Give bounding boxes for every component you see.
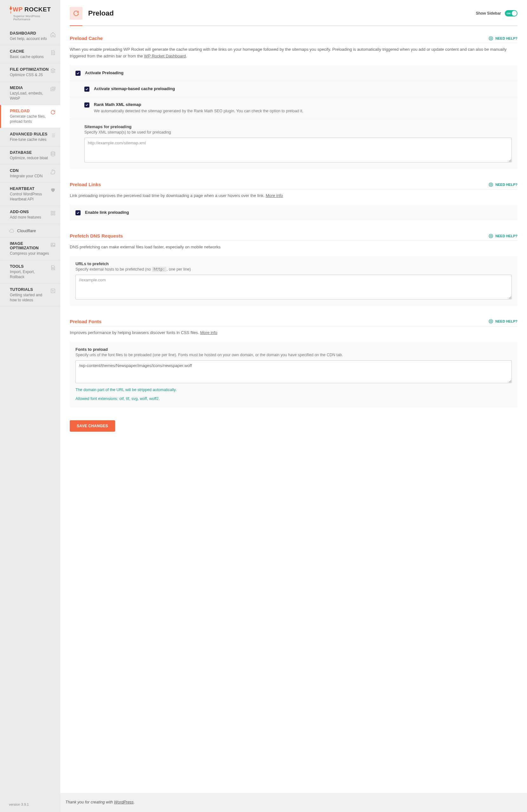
list-icon	[50, 133, 56, 138]
section-title: Preload Fonts	[70, 319, 101, 324]
field-title: Fonts to preload	[75, 347, 512, 352]
rocket-icon	[9, 6, 13, 14]
page-icon-box	[70, 7, 83, 20]
section-title: Prefetch DNS Requests	[70, 233, 123, 238]
home-icon	[50, 32, 56, 38]
checkbox-enable-link-preloading[interactable]	[75, 210, 80, 215]
more-info-link[interactable]: More info	[266, 193, 283, 198]
section-description: Improves performance by helping browsers…	[70, 330, 517, 336]
show-sidebar-label: Show Sidebar	[476, 11, 501, 16]
sitemaps-textarea[interactable]	[84, 137, 512, 162]
main-content: Preload Show Sidebar ON Preload Cache	[60, 0, 527, 812]
dashboard-link[interactable]: WP Rocket Dashboard	[144, 54, 186, 58]
sidebar-item-database[interactable]: DATABASEOptimize, reduce bloat	[0, 147, 60, 165]
grid-icon	[50, 210, 56, 216]
hint-text: Allowed font extensions: otf, ttf, svg, …	[75, 395, 512, 402]
sidebar-item-cloudflare[interactable]: Cloudflare	[0, 224, 60, 237]
cloudflare-label: Cloudflare	[17, 228, 36, 233]
sidebar-item-media[interactable]: MEDIALazyLoad, embeds, WebP	[0, 82, 60, 105]
file-icon	[50, 50, 56, 56]
show-sidebar-toggle[interactable]: ON	[505, 10, 517, 16]
field-title: Sitemaps for preloading	[84, 124, 512, 129]
help-icon	[488, 182, 493, 187]
sidebar-item-cache[interactable]: CACHEBasic cache options	[0, 45, 60, 63]
sidebar: WP ROCKET Superior WordPress Performance…	[0, 0, 60, 812]
section-preload-cache: Preload Cache NEED HELP? When you enable…	[70, 35, 517, 169]
opt-label: Enable link preloading	[85, 210, 512, 215]
prefetch-urls-textarea[interactable]	[75, 275, 512, 300]
section-preload-links: Preload Links NEED HELP? Link preloading…	[70, 182, 517, 220]
hint-text: The domain part of the URL will be strip…	[75, 387, 512, 393]
sidebar-item-dashboard[interactable]: DASHBOARDGet help, account info	[0, 27, 60, 45]
save-changes-button[interactable]: SAVE CHANGES	[70, 420, 115, 432]
page-title: Preload	[88, 9, 114, 17]
footer-note: Thank you for creating with WordPress.	[60, 793, 527, 811]
hand-icon	[50, 169, 56, 175]
section-preload-fonts: Preload Fonts NEED HELP? Improves perfor…	[70, 319, 517, 408]
section-description: When you enable preloading WP Rocket wil…	[70, 46, 517, 60]
sidebar-item-file-optimization[interactable]: FILE OPTIMIZATIONOptimize CSS & JS	[0, 63, 60, 82]
opt-label: Activate Preloading	[85, 70, 512, 75]
refresh-icon	[73, 10, 79, 17]
checkbox-rankmath-sitemap[interactable]	[84, 102, 89, 107]
tab-underline	[70, 25, 517, 26]
field-title: URLs to prefetch	[75, 261, 512, 266]
nav-primary: DASHBOARDGet help, account infoCACHEBasi…	[0, 27, 60, 224]
sidebar-item-add-ons[interactable]: ADD-ONSAdd more features	[0, 206, 60, 224]
need-help-link[interactable]: NEED HELP?	[488, 233, 517, 238]
need-help-link[interactable]: NEED HELP?	[488, 182, 517, 187]
heart-icon	[50, 187, 56, 193]
sidebar-item-image-optimization[interactable]: IMAGE OPTIMIZATIONCompress your images	[0, 237, 60, 260]
gear-file-icon	[50, 265, 56, 271]
section-title: Preload Links	[70, 182, 101, 187]
logo: WP ROCKET Superior WordPress Performance	[0, 0, 60, 27]
need-help-link[interactable]: NEED HELP?	[488, 319, 517, 324]
opt-desc: We automatically detected the sitemap ge…	[94, 108, 512, 114]
section-description: DNS prefetching can make external files …	[70, 244, 517, 250]
page-header: Preload Show Sidebar ON	[60, 0, 527, 20]
sidebar-item-tutorials[interactable]: TUTORIALSGetting started and how to vide…	[0, 284, 60, 307]
field-desc: Specify XML sitemap(s) to be used for pr…	[84, 130, 512, 134]
play-icon	[50, 288, 56, 294]
check-icon	[76, 72, 79, 75]
opt-label: Activate sitemap-based cache preloading	[94, 86, 512, 91]
section-description: Link preloading improves the perceived l…	[70, 192, 517, 199]
field-desc: Specify urls of the font files to be pre…	[75, 353, 512, 357]
opt-label: Rank Math XML sitemap	[94, 102, 512, 107]
version-text: version 3.9.1	[0, 797, 60, 812]
help-icon	[488, 319, 493, 324]
section-prefetch-dns: Prefetch DNS Requests NEED HELP? DNS pre…	[70, 233, 517, 306]
check-icon	[85, 103, 88, 106]
stack-icon	[50, 68, 56, 74]
image-icon	[50, 242, 56, 248]
field-desc: Specify external hosts to be prefetched …	[75, 267, 512, 272]
more-info-link[interactable]: More info	[200, 330, 217, 335]
images-icon	[50, 86, 56, 92]
sidebar-item-preload[interactable]: PRELOADGenerate cache files, preload fon…	[0, 105, 60, 128]
sidebar-item-tools[interactable]: TOOLSImport, Export, Rollback	[0, 260, 60, 284]
section-title: Preload Cache	[70, 35, 103, 41]
fonts-textarea[interactable]	[75, 360, 512, 383]
checkbox-sitemap-preloading[interactable]	[84, 87, 89, 92]
check-icon	[76, 211, 79, 214]
sidebar-item-advanced-rules[interactable]: ADVANCED RULESFine-tune cache rules	[0, 128, 60, 146]
help-icon	[488, 36, 493, 41]
sidebar-item-heartbeat[interactable]: HEARTBEATControl WordPress Heartbeat API	[0, 183, 60, 206]
db-icon	[50, 151, 56, 157]
refresh-icon	[50, 110, 56, 115]
sidebar-item-cdn[interactable]: CDNIntegrate your CDN	[0, 165, 60, 183]
wordpress-link[interactable]: WordPress	[114, 800, 134, 804]
check-icon	[85, 88, 88, 91]
nav-secondary: IMAGE OPTIMIZATIONCompress your imagesTO…	[0, 237, 60, 307]
help-icon	[488, 233, 493, 238]
need-help-link[interactable]: NEED HELP?	[488, 36, 517, 41]
checkbox-activate-preloading[interactable]	[75, 71, 80, 76]
cloud-icon	[9, 228, 14, 233]
